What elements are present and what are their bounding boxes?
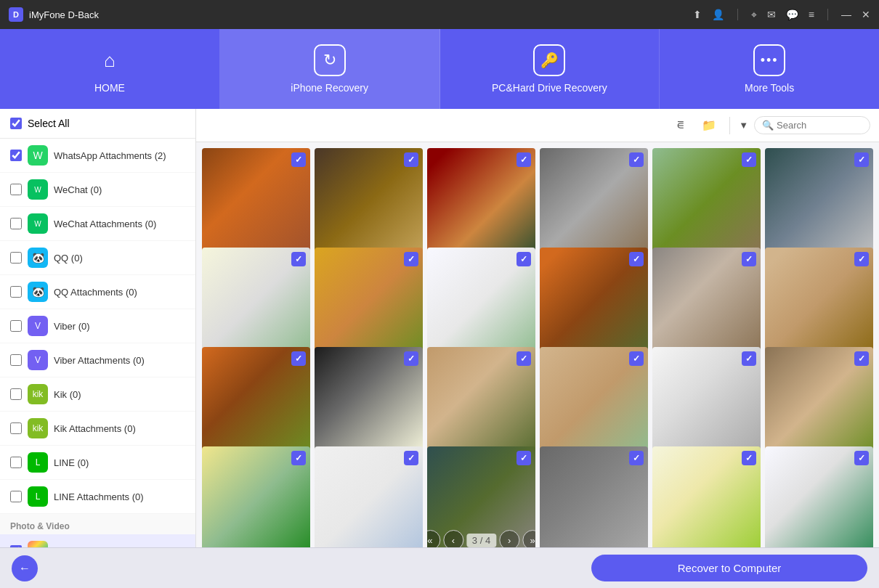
photo-cell[interactable]: ✓ — [540, 248, 648, 356]
page-next-button[interactable]: › — [499, 530, 519, 547]
kik-checkbox[interactable] — [10, 388, 22, 400]
photo-check: ✓ — [742, 252, 756, 266]
sidebar-item-qq[interactable]: 🐼 QQ (0) — [0, 241, 195, 275]
select-all-checkbox[interactable] — [10, 118, 22, 129]
photo-cell[interactable]: ✓ — [540, 148, 648, 256]
photo-cell[interactable]: ✓ — [202, 248, 310, 356]
sidebar-item-photos[interactable]: Photos (83) — [0, 534, 195, 547]
sidebar-item-line-attach[interactable]: L LINE Attachments (0) — [0, 480, 195, 514]
photo-check: ✓ — [291, 451, 306, 465]
photo-check: ✓ — [854, 351, 869, 366]
folder-view-button[interactable]: 📁 — [697, 114, 721, 137]
photo-check: ✓ — [629, 351, 644, 366]
viber-checkbox[interactable] — [10, 320, 22, 332]
minimize-button[interactable]: — — [841, 9, 851, 20]
wechat-attach-label: WeChat Attachments (0) — [54, 219, 156, 229]
wechat-icon: W — [28, 179, 48, 200]
wechat-attach-checkbox[interactable] — [10, 218, 22, 229]
qq-attach-label: QQ Attachments (0) — [54, 287, 137, 298]
photo-check: ✓ — [517, 351, 531, 366]
mail-icon[interactable]: ✉ — [767, 9, 776, 20]
photo-cell[interactable]: ✓ — [652, 248, 761, 356]
photo-check: ✓ — [742, 351, 756, 366]
photo-check: ✓ — [742, 152, 756, 167]
qq-label: QQ (0) — [54, 253, 83, 264]
sidebar-item-viber[interactable]: V Viber (0) — [0, 309, 195, 343]
line-attach-checkbox[interactable] — [10, 491, 22, 502]
select-all-row[interactable]: Select All — [0, 109, 195, 139]
viber-attach-checkbox[interactable] — [10, 354, 22, 366]
photo-cell[interactable]: ✓ — [540, 446, 648, 547]
wechat-checkbox[interactable] — [10, 184, 22, 195]
photo-cell[interactable]: ✓ — [427, 248, 535, 356]
sidebar-item-wechat-attach[interactable]: W WeChat Attachments (0) — [0, 207, 195, 241]
share-icon[interactable]: ⬆ — [693, 9, 702, 20]
photo-cell[interactable]: ✓ — [315, 446, 423, 547]
page-prev-button[interactable]: ‹ — [443, 530, 463, 547]
page-last-button[interactable]: » — [522, 530, 535, 547]
photo-cell[interactable]: ✓ — [427, 148, 535, 256]
chat-icon[interactable]: 💬 — [786, 9, 798, 20]
qq-checkbox[interactable] — [10, 252, 22, 264]
filter-button[interactable]: ▼ — [739, 120, 748, 131]
photo-cell[interactable]: ✓ — [652, 148, 761, 256]
sidebar-item-kik[interactable]: kik Kik (0) — [0, 377, 195, 412]
whatsapp-checkbox[interactable] — [10, 150, 22, 161]
photo-cell[interactable]: ✓ — [427, 347, 535, 455]
sidebar-item-wechat[interactable]: W WeChat (0) — [0, 173, 195, 207]
photo-cell[interactable]: ✓ — [652, 347, 761, 455]
separator — [737, 9, 738, 20]
sidebar-item-qq-attach[interactable]: 🐼 QQ Attachments (0) — [0, 275, 195, 309]
photo-cell[interactable]: ✓ — [315, 148, 423, 256]
page-first-button[interactable]: « — [427, 530, 440, 547]
recover-button[interactable]: Recover to Computer — [591, 555, 867, 581]
nav-home[interactable]: ⌂ HOME — [0, 29, 220, 109]
photo-cell[interactable]: ✓ — [202, 148, 310, 256]
line-icon: L — [28, 452, 48, 473]
search-box[interactable]: 🔍 — [754, 116, 870, 134]
viber-icon: V — [28, 316, 48, 336]
grid-view-button[interactable]: ⋷ — [668, 114, 692, 137]
select-all-label[interactable]: Select All — [28, 118, 70, 129]
page-info: 3 / 4 — [466, 534, 496, 547]
search-input[interactable] — [777, 120, 864, 131]
line-checkbox[interactable] — [10, 457, 22, 468]
back-button[interactable]: ← — [12, 555, 38, 581]
photo-cell[interactable]: ✓ « ‹ 3 / 4 › » — [427, 446, 535, 547]
photo-cell[interactable]: ✓ — [202, 347, 310, 455]
section-photo-video: Photo & Video — [0, 514, 195, 534]
nav-pc-recovery[interactable]: 🔑 PC&Hard Drive Recovery — [440, 29, 660, 109]
nav-iphone-recovery[interactable]: ↻ iPhone Recovery — [220, 29, 440, 109]
whatsapp-icon: W — [28, 145, 48, 166]
photo-cell[interactable]: ✓ — [202, 446, 310, 547]
photo-cell[interactable]: ✓ — [315, 248, 423, 356]
user-icon[interactable]: 👤 — [712, 9, 724, 20]
photo-check: ✓ — [854, 451, 869, 465]
photos-checkbox[interactable] — [10, 545, 22, 547]
qq-attach-checkbox[interactable] — [10, 286, 22, 298]
kik-label: Kik (0) — [54, 389, 81, 400]
photo-cell[interactable]: ✓ — [765, 446, 873, 547]
sidebar-item-kik-attach[interactable]: kik Kik Attachments (0) — [0, 412, 195, 446]
location-icon[interactable]: ⌖ — [751, 9, 757, 21]
pc-icon: 🔑 — [533, 44, 565, 76]
viber-attach-icon: V — [28, 350, 48, 370]
line-attach-label: LINE Attachments (0) — [54, 491, 144, 502]
sidebar-item-viber-attach[interactable]: V Viber Attachments (0) — [0, 343, 195, 377]
kik-attach-checkbox[interactable] — [10, 422, 22, 434]
photo-cell[interactable]: ✓ — [765, 248, 873, 356]
menu-icon[interactable]: ≡ — [809, 9, 814, 20]
sidebar-item-line[interactable]: L LINE (0) — [0, 446, 195, 480]
nav-iphone-label: iPhone Recovery — [291, 82, 368, 94]
photo-cell[interactable]: ✓ — [765, 347, 873, 455]
nav-more-tools[interactable]: ••• More Tools — [660, 29, 879, 109]
photo-cell[interactable]: ✓ — [765, 148, 873, 256]
photo-check: ✓ — [404, 252, 418, 266]
photo-cell[interactable]: ✓ — [315, 347, 423, 455]
close-button[interactable]: ✕ — [862, 9, 870, 20]
photo-cell[interactable]: ✓ — [540, 347, 648, 455]
photo-cell[interactable]: ✓ — [652, 446, 761, 547]
photos-icon — [28, 541, 48, 547]
sidebar-item-whatsapp[interactable]: W WhatsApp Attachments (2) — [0, 139, 195, 173]
viber-label: Viber (0) — [54, 321, 90, 332]
